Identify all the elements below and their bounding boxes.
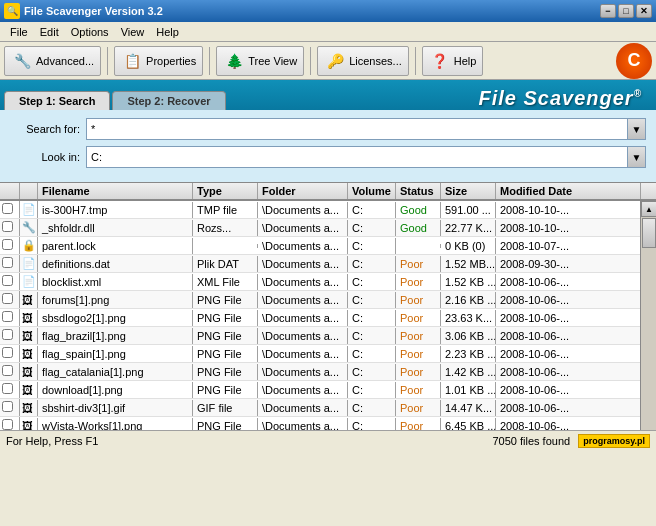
size-col-header[interactable]: Size bbox=[441, 183, 496, 199]
row-date: 2008-10-06-... bbox=[496, 274, 656, 290]
menu-bar: File Edit Options View Help bbox=[0, 22, 656, 42]
table-row[interactable]: 🖼 forums[1].png PNG File \Documents a...… bbox=[0, 291, 656, 309]
row-size: 1.52 MB... bbox=[441, 256, 496, 272]
step2-label: Step 2: Recover bbox=[127, 95, 210, 107]
step1-tab[interactable]: Step 1: Search bbox=[4, 91, 110, 110]
title-bar: 🔍 File Scavenger Version 3.2 − □ ✕ bbox=[0, 0, 656, 22]
row-type: Rozs... bbox=[193, 220, 258, 236]
close-button[interactable]: ✕ bbox=[636, 4, 652, 18]
treeview-label: Tree View bbox=[248, 55, 297, 67]
look-in-dropdown[interactable]: ▼ bbox=[628, 146, 646, 168]
maximize-button[interactable]: □ bbox=[618, 4, 634, 18]
row-checkbox[interactable] bbox=[0, 309, 20, 326]
row-folder: \Documents a... bbox=[258, 274, 348, 290]
filename-col-header[interactable]: Filename bbox=[38, 183, 193, 199]
date-col-header[interactable]: Modified Date bbox=[496, 183, 640, 199]
help-button[interactable]: ❓ Help bbox=[422, 46, 484, 76]
row-filename: flag_spain[1].png bbox=[38, 346, 193, 362]
search-for-dropdown[interactable]: ▼ bbox=[628, 118, 646, 140]
licenses-label: Licenses... bbox=[349, 55, 402, 67]
step2-tab[interactable]: Step 2: Recover bbox=[112, 91, 225, 110]
toolbar-sep-2 bbox=[209, 47, 210, 75]
row-checkbox[interactable] bbox=[0, 399, 20, 416]
row-checkbox[interactable] bbox=[0, 363, 20, 380]
treeview-button[interactable]: 🌲 Tree View bbox=[216, 46, 304, 76]
row-filename: _shfoldr.dll bbox=[38, 220, 193, 236]
row-date: 2008-10-07-... bbox=[496, 238, 656, 254]
row-checkbox[interactable] bbox=[0, 417, 20, 430]
row-status: Good bbox=[396, 220, 441, 236]
menu-options[interactable]: Options bbox=[65, 25, 115, 39]
row-checkbox[interactable] bbox=[0, 201, 20, 218]
row-type: XML File bbox=[193, 274, 258, 290]
row-filename: sbshirt-div3[1].gif bbox=[38, 400, 193, 416]
table-row[interactable]: 🖼 flag_brazil[1].png PNG File \Documents… bbox=[0, 327, 656, 345]
licenses-button[interactable]: 🔑 Licenses... bbox=[317, 46, 409, 76]
table-row[interactable]: 🖼 sbsdlogo2[1].png PNG File \Documents a… bbox=[0, 309, 656, 327]
help-icon: ❓ bbox=[429, 50, 451, 72]
scroll-up-button[interactable]: ▲ bbox=[641, 201, 656, 217]
row-size: 3.06 KB ... bbox=[441, 328, 496, 344]
row-date: 2008-10-06-... bbox=[496, 310, 656, 326]
row-folder: \Documents a... bbox=[258, 346, 348, 362]
row-type: PNG File bbox=[193, 418, 258, 431]
status-col-header[interactable]: Status bbox=[396, 183, 441, 199]
menu-view[interactable]: View bbox=[115, 25, 151, 39]
type-col-header[interactable]: Type bbox=[193, 183, 258, 199]
table-row[interactable]: 📄 definitions.dat Plik DAT \Documents a.… bbox=[0, 255, 656, 273]
row-checkbox[interactable] bbox=[0, 327, 20, 344]
row-size: 23.63 K... bbox=[441, 310, 496, 326]
row-icon: 🖼 bbox=[20, 364, 38, 380]
volume-col-header[interactable]: Volume bbox=[348, 183, 396, 199]
table-row[interactable]: 🖼 wVista-Works[1].png PNG File \Document… bbox=[0, 417, 656, 430]
row-size: 1.52 KB ... bbox=[441, 274, 496, 290]
row-folder: \Documents a... bbox=[258, 382, 348, 398]
row-checkbox[interactable] bbox=[0, 273, 20, 290]
scroll-thumb[interactable] bbox=[642, 218, 656, 248]
row-volume: C: bbox=[348, 238, 396, 254]
row-filename: wVista-Works[1].png bbox=[38, 418, 193, 431]
row-volume: C: bbox=[348, 274, 396, 290]
table-row[interactable]: 🖼 download[1].png PNG File \Documents a.… bbox=[0, 381, 656, 399]
row-checkbox[interactable] bbox=[0, 237, 20, 254]
check-col-header bbox=[0, 183, 20, 199]
minimize-button[interactable]: − bbox=[600, 4, 616, 18]
row-checkbox[interactable] bbox=[0, 381, 20, 398]
scrollbar[interactable]: ▲ ▼ bbox=[640, 201, 656, 430]
row-checkbox[interactable] bbox=[0, 291, 20, 308]
advanced-button[interactable]: 🔧 Advanced... bbox=[4, 46, 101, 76]
row-folder: \Documents a... bbox=[258, 202, 348, 218]
row-filename: blocklist.xml bbox=[38, 274, 193, 290]
row-size: 1.42 KB ... bbox=[441, 364, 496, 380]
row-icon: 🖼 bbox=[20, 328, 38, 344]
table-row[interactable]: 📄 blocklist.xml XML File \Documents a...… bbox=[0, 273, 656, 291]
row-checkbox[interactable] bbox=[0, 219, 20, 236]
row-status: Poor bbox=[396, 328, 441, 344]
toolbar: 🔧 Advanced... 📋 Properties 🌲 Tree View 🔑… bbox=[0, 42, 656, 80]
row-type: PNG File bbox=[193, 310, 258, 326]
search-for-input[interactable] bbox=[86, 118, 628, 140]
table-row[interactable]: 🖼 sbshirt-div3[1].gif GIF file \Document… bbox=[0, 399, 656, 417]
row-filename: sbsdlogo2[1].png bbox=[38, 310, 193, 326]
menu-file[interactable]: File bbox=[4, 25, 34, 39]
row-icon: 🖼 bbox=[20, 310, 38, 326]
file-list: 📄 is-300H7.tmp TMP file \Documents a... … bbox=[0, 201, 656, 430]
properties-button[interactable]: 📋 Properties bbox=[114, 46, 203, 76]
row-folder: \Documents a... bbox=[258, 400, 348, 416]
row-status: Good bbox=[396, 202, 441, 218]
table-row[interactable]: 📄 is-300H7.tmp TMP file \Documents a... … bbox=[0, 201, 656, 219]
row-date: 2008-09-30-... bbox=[496, 256, 656, 272]
table-row[interactable]: 🖼 flag_spain[1].png PNG File \Documents … bbox=[0, 345, 656, 363]
row-type: GIF file bbox=[193, 400, 258, 416]
folder-col-header[interactable]: Folder bbox=[258, 183, 348, 199]
menu-edit[interactable]: Edit bbox=[34, 25, 65, 39]
table-row[interactable]: 🔧 _shfoldr.dll Rozs... \Documents a... C… bbox=[0, 219, 656, 237]
table-row[interactable]: 🔒 parent.lock \Documents a... C: 0 KB (0… bbox=[0, 237, 656, 255]
row-date: 2008-10-10-... bbox=[496, 202, 656, 218]
look-in-input[interactable] bbox=[86, 146, 628, 168]
row-checkbox[interactable] bbox=[0, 255, 20, 272]
row-checkbox[interactable] bbox=[0, 345, 20, 362]
search-for-label: Search for: bbox=[10, 123, 80, 135]
table-row[interactable]: 🖼 flag_catalania[1].png PNG File \Docume… bbox=[0, 363, 656, 381]
menu-help[interactable]: Help bbox=[150, 25, 185, 39]
